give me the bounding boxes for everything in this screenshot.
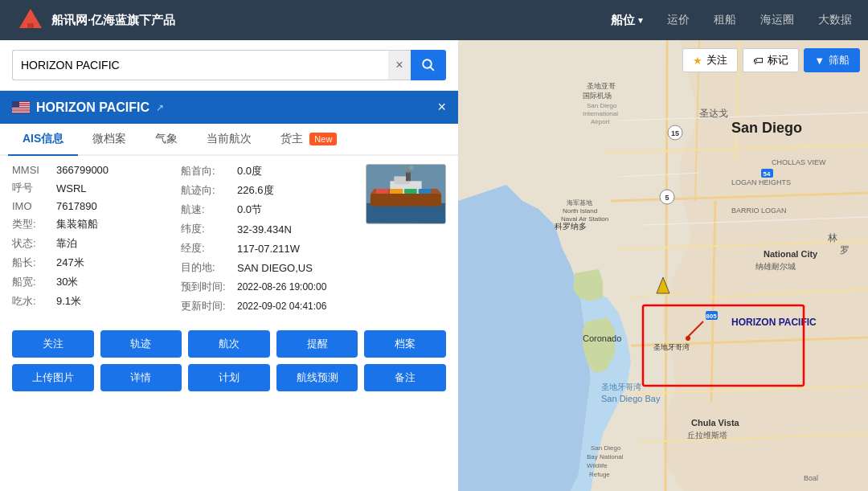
svg-text:Chula Vista: Chula Vista bbox=[691, 418, 740, 428]
nav-item-bigdata[interactable]: 大数据 bbox=[818, 13, 852, 27]
alert-button[interactable]: 提醒 bbox=[276, 330, 358, 358]
info-width: 船宽: 30米 bbox=[12, 275, 173, 289]
svg-text:圣达戈: 圣达戈 bbox=[699, 108, 728, 119]
map-background: 15 5 805 54 San Diego 圣达戈 CHOLLAS VIEW B… bbox=[458, 40, 868, 491]
clear-button[interactable]: × bbox=[388, 50, 411, 80]
svg-rect-14 bbox=[12, 111, 30, 112]
info-eta: 预到时间: 2022-08-26 19:00:00 bbox=[181, 280, 358, 294]
search-button[interactable] bbox=[411, 50, 446, 80]
info-draft: 吃水: 9.1米 bbox=[12, 294, 173, 309]
svg-text:805: 805 bbox=[706, 313, 717, 320]
main-content: × bbox=[0, 40, 868, 491]
info-lng: 经度: 117-07.211W bbox=[181, 241, 358, 256]
follow-button[interactable]: 关注 bbox=[12, 330, 94, 358]
svg-text:国际机场: 国际机场 bbox=[583, 92, 612, 100]
info-state: 状态: 靠泊 bbox=[12, 236, 173, 251]
svg-point-29 bbox=[409, 166, 414, 170]
svg-point-85 bbox=[686, 336, 690, 341]
map-mark-button[interactable]: 🏷 标记 bbox=[743, 48, 799, 72]
map-filter-button[interactable]: ▼ 筛船 bbox=[804, 48, 860, 72]
search-icon bbox=[421, 58, 436, 72]
svg-text:San Diego: San Diego bbox=[731, 120, 802, 136]
voyage-button[interactable]: 航次 bbox=[188, 330, 270, 358]
svg-text:科罗纳多: 科罗纳多 bbox=[555, 222, 587, 231]
svg-text:罗: 罗 bbox=[840, 244, 850, 256]
profile-button[interactable]: 档案 bbox=[364, 330, 446, 358]
search-input[interactable] bbox=[12, 50, 388, 80]
chevron-down-icon: ▾ bbox=[638, 15, 643, 26]
svg-line-31 bbox=[665, 40, 667, 491]
upload-button[interactable]: 上传图片 bbox=[12, 364, 94, 391]
logo: 船讯网·亿海蓝旗下产品 bbox=[16, 6, 611, 35]
btn-row-1: 关注 轨迹 航次 提醒 档案 bbox=[12, 330, 446, 358]
map-follow-button[interactable]: ★ 关注 bbox=[682, 48, 738, 72]
svg-rect-26 bbox=[419, 189, 432, 194]
svg-text:5: 5 bbox=[665, 194, 669, 202]
nav-item-circle[interactable]: 海运圈 bbox=[760, 13, 794, 27]
svg-rect-24 bbox=[390, 189, 403, 194]
tabs-bar: AIS信息 微档案 气象 当前航次 货主 New bbox=[0, 124, 458, 156]
route-predict-button[interactable]: 航线预测 bbox=[276, 364, 358, 391]
logo-icon bbox=[16, 6, 45, 35]
detail-button[interactable]: 详情 bbox=[100, 364, 182, 391]
svg-text:Refuge: Refuge bbox=[589, 471, 610, 478]
info-dest: 目的地: SAN DIEGO,US bbox=[181, 260, 358, 275]
svg-text:纳雄耐尔城: 纳雄耐尔城 bbox=[755, 262, 796, 271]
info-heading: 船首向: 0.0度 bbox=[181, 164, 358, 178]
remark-button[interactable]: 备注 bbox=[364, 364, 446, 391]
svg-text:丘拉维斯塔: 丘拉维斯塔 bbox=[687, 431, 727, 440]
nav-item-freight[interactable]: 运价 bbox=[667, 13, 690, 27]
svg-rect-13 bbox=[12, 109, 30, 110]
info-update: 更新时间: 2022-09-02 04:41:06 bbox=[181, 299, 358, 313]
svg-rect-1 bbox=[27, 23, 34, 28]
info-length: 船长: 247米 bbox=[12, 256, 173, 270]
svg-text:LOGAN HEIGHTS: LOGAN HEIGHTS bbox=[731, 178, 791, 186]
map-toolbar: ★ 关注 🏷 标记 ▼ 筛船 bbox=[682, 48, 860, 72]
svg-rect-15 bbox=[12, 112, 30, 113]
svg-rect-23 bbox=[376, 189, 389, 194]
info-left: MMSI 366799000 呼号 WSRL IMO 7617890 类型: 集… bbox=[12, 164, 173, 318]
info-type: 类型: 集装箱船 bbox=[12, 217, 173, 231]
left-panel: × bbox=[0, 40, 458, 491]
tab-ais[interactable]: AIS信息 bbox=[8, 124, 78, 156]
svg-text:Airport: Airport bbox=[591, 118, 610, 125]
svg-text:BARRIO LOGAN: BARRIO LOGAN bbox=[731, 207, 787, 215]
tab-weather[interactable]: 气象 bbox=[141, 124, 192, 156]
nav-item-charter[interactable]: 租船 bbox=[714, 13, 736, 27]
tab-current-voyage[interactable]: 当前航次 bbox=[192, 124, 266, 156]
svg-rect-11 bbox=[12, 108, 30, 108]
track-button[interactable]: 轨迹 bbox=[100, 330, 182, 358]
info-callsign: 呼号 WSRL bbox=[12, 181, 173, 195]
info-course: 航迹向: 226.6度 bbox=[181, 183, 358, 198]
svg-text:54: 54 bbox=[764, 170, 771, 178]
svg-text:San Diego: San Diego bbox=[587, 102, 617, 109]
top-navigation: 船讯网·亿海蓝旗下产品 船位 ▾ 运价 租船 海运圈 大数据 bbox=[0, 0, 868, 40]
info-speed: 航速: 0.0节 bbox=[181, 203, 358, 217]
map-panel: 15 5 805 54 San Diego 圣达戈 CHOLLAS VIEW B… bbox=[458, 40, 868, 491]
ship-header: HORIZON PACIFIC ↗ × bbox=[0, 91, 458, 124]
svg-text:圣地牙哥湾: 圣地牙哥湾 bbox=[653, 343, 690, 351]
svg-text:International: International bbox=[583, 110, 618, 117]
svg-text:Naval Air Station: Naval Air Station bbox=[561, 215, 608, 223]
flag-icon bbox=[12, 101, 30, 113]
info-mmsi: MMSI 366799000 bbox=[12, 164, 173, 176]
svg-rect-19 bbox=[371, 194, 441, 207]
svg-text:Boal: Boal bbox=[804, 474, 818, 482]
svg-text:North Island: North Island bbox=[563, 207, 597, 215]
tab-shipper[interactable]: 货主 New bbox=[266, 124, 351, 156]
external-link-icon[interactable]: ↗ bbox=[156, 102, 164, 113]
filter-icon: ▼ bbox=[814, 55, 825, 67]
new-badge: New bbox=[309, 133, 337, 145]
plan-button[interactable]: 计划 bbox=[188, 364, 270, 391]
close-button[interactable]: × bbox=[437, 99, 446, 116]
svg-text:15: 15 bbox=[671, 129, 679, 137]
svg-text:National City: National City bbox=[764, 249, 818, 259]
tab-micro-profile[interactable]: 微档案 bbox=[78, 124, 141, 156]
svg-text:Wildlife: Wildlife bbox=[587, 462, 608, 469]
svg-text:Coronado: Coronado bbox=[583, 333, 621, 343]
ship-info-section: MMSI 366799000 呼号 WSRL IMO 7617890 类型: 集… bbox=[0, 156, 458, 322]
nav-item-ships[interactable]: 船位 ▾ bbox=[611, 13, 643, 28]
svg-text:San Diego: San Diego bbox=[591, 444, 621, 452]
info-lat: 纬度: 32-39.434N bbox=[181, 222, 358, 236]
svg-rect-25 bbox=[404, 189, 417, 194]
